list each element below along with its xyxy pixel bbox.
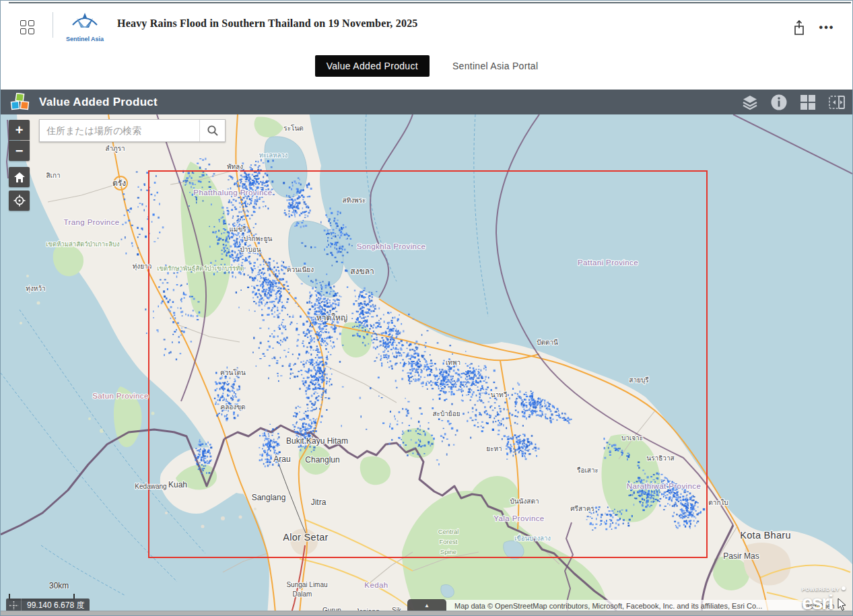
map-label: Kota Bharu xyxy=(740,530,791,541)
tab-value-added-product[interactable]: Value Added Product xyxy=(315,55,430,77)
esri-branding: POWERED BY esri xyxy=(802,582,849,611)
map-label: เขตห้ามล่าสัตว์ป่าเกาะลิบง xyxy=(46,240,120,248)
map-label: Trang Province xyxy=(63,218,119,226)
map-label: สทิงพระ xyxy=(343,197,366,204)
window-bottom-edge xyxy=(1,611,852,615)
map-label: หาดใหญ่ xyxy=(316,313,347,322)
map-label: สายบุรี xyxy=(629,376,649,384)
coordinates-value: 99.140 6.678 度 xyxy=(22,600,90,611)
map-label: Alor Setar xyxy=(283,532,328,543)
map-label: สิเกา xyxy=(46,172,60,179)
app-grid-icon[interactable] xyxy=(19,19,36,36)
map-label: Kedawang xyxy=(135,483,166,490)
map-label: ทะเลหลวง xyxy=(259,151,288,159)
coordinates-widget[interactable]: 99.140 6.678 度 xyxy=(6,598,90,612)
search-button[interactable] xyxy=(199,120,225,141)
scale-label: 30km xyxy=(49,581,69,590)
zoom-in-glyph: + xyxy=(15,123,24,137)
tab-bar: Value Added Product Sentinel Asia Portal xyxy=(1,42,852,90)
map-label: Narathiwat Province xyxy=(627,482,702,490)
map-label: Central xyxy=(438,528,459,535)
sentinel-asia-logo[interactable]: Sentinel Asia xyxy=(63,10,107,42)
map-label: Arau xyxy=(273,454,290,464)
map-label: พัทลุง xyxy=(227,163,243,171)
search-icon xyxy=(207,125,219,137)
locate-icon xyxy=(13,195,26,207)
map-label: ตากใบ xyxy=(708,499,728,506)
map-label: นราธิวาส xyxy=(646,454,674,462)
map-label: Yala Province xyxy=(493,514,544,522)
sentinel-asia-emblem xyxy=(65,10,105,33)
map-label: เขื่อนบางลาง xyxy=(514,534,551,542)
map-canvas[interactable]: Trang ProvincePhatthalung ProvinceSongkh… xyxy=(1,114,852,613)
grid-square xyxy=(20,28,26,34)
map-label: Songkhla Province xyxy=(357,242,426,250)
map-label: ศรีสาคร xyxy=(570,505,594,512)
map-label: ลำภูรา xyxy=(105,145,125,153)
search-input[interactable] xyxy=(40,120,199,141)
map-label: ป่าบอน xyxy=(240,246,261,253)
map-label: Pattani Province xyxy=(578,259,638,267)
esri-dot xyxy=(842,586,846,590)
map-label: คลองขุด xyxy=(220,403,245,411)
map-label: Jitra xyxy=(311,498,327,507)
map-label: Phatthalung Province xyxy=(193,189,272,197)
map-label: Sungai Limau xyxy=(286,581,327,588)
map-label: ทุ่งหว้า xyxy=(26,285,45,293)
map-label: Spine xyxy=(440,548,456,555)
map-label: Kedah xyxy=(364,581,388,589)
app-header: Sentinel Asia Heavy Rains Flood in South… xyxy=(1,5,852,42)
map-label: ยะหา xyxy=(486,445,502,452)
panel-toggle-icon[interactable] xyxy=(828,94,846,111)
map-label: บาเจาะ xyxy=(621,434,643,442)
locate-button[interactable] xyxy=(9,191,30,211)
map-label: Changlun xyxy=(305,455,339,465)
zoom-out-glyph: − xyxy=(15,144,24,158)
map-label: ปากพะยูน xyxy=(244,235,273,243)
map-label: เทพา xyxy=(446,359,460,366)
map-label: แม่ขรี xyxy=(229,226,246,233)
map-label: สงขลา xyxy=(350,267,374,276)
info-icon[interactable] xyxy=(770,94,788,111)
basemap-grid-icon[interactable] xyxy=(799,94,817,111)
share-icon[interactable] xyxy=(792,20,809,37)
ellipsis-icon[interactable]: ••• xyxy=(817,20,837,37)
map-label: ควนเนียง xyxy=(287,266,314,273)
map-label: Pasir Mas xyxy=(723,551,759,561)
map-label: ทุ่งยาว xyxy=(133,263,152,271)
layers-icon[interactable] xyxy=(741,94,759,111)
window-top-edge xyxy=(9,2,851,3)
map-toolbar-icons xyxy=(741,90,846,114)
map-label: เขตรักษาพันธุ์สัตว์ป่าเขาบรรทัด xyxy=(157,265,244,273)
zoom-out-button[interactable]: − xyxy=(9,141,30,161)
home-button[interactable] xyxy=(9,167,30,187)
grid-square xyxy=(20,20,26,26)
grid-square xyxy=(28,20,34,26)
search-box xyxy=(39,119,226,142)
map-label: Dalam xyxy=(293,590,312,598)
map-label: Kuah xyxy=(168,480,187,489)
map-label: Forest xyxy=(440,538,458,545)
esri-logo: esri xyxy=(802,594,849,611)
value-added-product-icon xyxy=(9,93,31,112)
map-label: ควนโดน xyxy=(220,368,246,376)
map-label: รือเสาะ xyxy=(576,467,599,474)
map-toolbar-title: Value Added Product xyxy=(39,96,158,109)
map-label: Sanglang xyxy=(252,493,286,502)
map-label: สะบ้าย้อย xyxy=(432,410,460,417)
logo-text: Sentinel Asia xyxy=(63,36,107,42)
app-window: Sentinel Asia Heavy Rains Flood in South… xyxy=(0,0,853,616)
map-label: Bukit Kayu Hitam xyxy=(286,436,348,446)
grid-square xyxy=(28,28,34,34)
crosshair-icon xyxy=(6,598,22,612)
map-label: ปัตตานี xyxy=(537,339,558,346)
home-icon xyxy=(14,172,25,182)
map-label: บันนังสตา xyxy=(510,498,539,505)
map-label: ตรัง xyxy=(112,178,126,188)
tab-sentinel-asia-portal[interactable]: Sentinel Asia Portal xyxy=(452,61,538,71)
map-label: ระโนด xyxy=(283,124,303,132)
map-toolbar: Value Added Product xyxy=(1,90,852,114)
page-title: Heavy Rains Flood in Southern Thailand o… xyxy=(117,5,418,42)
zoom-in-button[interactable]: + xyxy=(9,120,30,140)
map-label: Satun Province xyxy=(92,392,149,400)
